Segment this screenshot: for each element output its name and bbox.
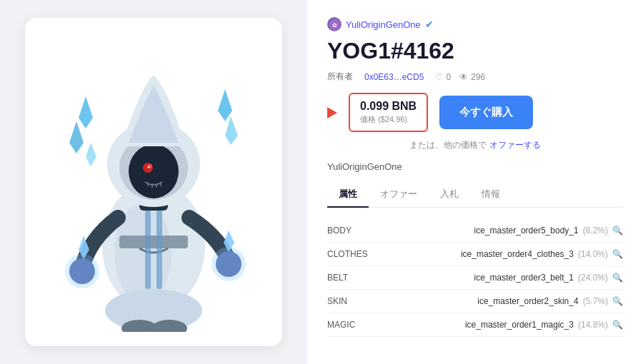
left-panel <box>0 0 307 364</box>
table-row: BODY ice_master_order5_body_1 (8.2%) 🔍 <box>327 219 623 243</box>
arrow-indicator <box>327 107 337 118</box>
attr-percent: (24.0%) <box>578 273 608 283</box>
attr-value-row: ice_master_order3_belt_1 (24.0%) 🔍 <box>474 273 623 283</box>
collection-name[interactable]: YuliOriginGenOne <box>327 161 623 172</box>
attr-key: SKIN <box>327 296 384 306</box>
views-stat: 👁 296 <box>459 72 485 82</box>
buy-button[interactable]: 今すぐ購入 <box>439 96 533 129</box>
search-icon[interactable]: 🔍 <box>612 296 623 306</box>
svg-marker-0 <box>79 96 93 128</box>
attr-percent: (14.8%) <box>578 320 608 330</box>
tab-info[interactable]: 情報 <box>470 182 512 208</box>
attr-value: ice_master_order2_skin_4 <box>477 296 578 306</box>
attr-percent: (8.2%) <box>583 226 608 236</box>
likes-stat: ♡ 0 <box>435 72 451 82</box>
attr-key: BELT <box>327 273 384 283</box>
search-icon[interactable]: 🔍 <box>612 226 623 236</box>
arrow-right-icon <box>327 107 337 118</box>
price-usd: 価格 ($24.96) <box>360 114 417 125</box>
offer-link[interactable]: オファーする <box>489 140 541 150</box>
views-count: 296 <box>471 72 485 82</box>
attr-value: ice_master_order5_body_1 <box>474 226 579 236</box>
svg-point-23 <box>148 166 150 168</box>
svg-marker-3 <box>218 89 232 121</box>
tabs-row: 属性 オファー 入札 情報 <box>327 182 623 208</box>
svg-point-20 <box>129 144 179 198</box>
nft-title: YOG1#4162 <box>327 39 623 64</box>
svg-marker-2 <box>86 143 96 166</box>
heart-icon: ♡ <box>435 72 443 82</box>
svg-rect-11 <box>145 203 151 289</box>
attr-value: ice_master_order3_belt_1 <box>474 273 574 283</box>
price-bnb: 0.099 BNB <box>360 100 417 113</box>
table-row: CLOTHES ice_master_order4_clothes_3 (14.… <box>327 243 623 266</box>
table-row: BELT ice_master_order3_belt_1 (24.0%) 🔍 <box>327 266 623 290</box>
attr-value-row: ice_master_order4_clothes_3 (14.0%) 🔍 <box>461 249 623 259</box>
attr-value-row: ice_master_order5_body_1 (8.2%) 🔍 <box>474 226 623 236</box>
search-icon[interactable]: 🔍 <box>612 320 623 330</box>
search-icon[interactable]: 🔍 <box>612 249 623 259</box>
price-box: 0.099 BNB 価格 ($24.96) <box>349 93 428 132</box>
attr-value-row: ice_master_order2_skin_4 (5.7%) 🔍 <box>477 296 623 306</box>
svg-marker-1 <box>69 121 84 153</box>
attr-key: BODY <box>327 226 384 236</box>
price-section: 0.099 BNB 価格 ($24.96) 今すぐ購入 <box>327 93 623 132</box>
creator-icon: ✿ <box>327 17 342 31</box>
tab-offers[interactable]: オファー <box>369 182 429 208</box>
attr-key: MAGIC <box>327 320 384 330</box>
svg-point-16 <box>211 247 246 281</box>
owner-row: 所有者 0x0E63…eCD5 ♡ 0 👁 296 <box>327 71 623 83</box>
attr-value-row: ice_master_order1_magic_3 (14.8%) 🔍 <box>465 320 623 330</box>
nft-image-container <box>25 18 282 346</box>
offer-prefix: または、他の価格で <box>409 140 487 150</box>
attr-percent: (14.0%) <box>578 249 608 259</box>
attr-value: ice_master_order4_clothes_3 <box>461 249 574 259</box>
attributes-table: BODY ice_master_order5_body_1 (8.2%) 🔍 C… <box>327 219 623 337</box>
creator-name[interactable]: YuliOriginGenOne <box>346 19 421 30</box>
tab-attributes[interactable]: 属性 <box>327 182 369 208</box>
stats: ♡ 0 👁 296 <box>435 72 485 82</box>
svg-text:✿: ✿ <box>332 22 337 29</box>
table-row: SKIN ice_master_order2_skin_4 (5.7%) 🔍 <box>327 290 623 313</box>
eye-icon: 👁 <box>459 72 468 82</box>
attr-percent: (5.7%) <box>583 296 608 306</box>
svg-rect-7 <box>119 236 188 248</box>
tab-bids[interactable]: 入札 <box>429 182 470 208</box>
attr-key: CLOTHES <box>327 249 384 259</box>
owner-label: 所有者 <box>327 71 353 83</box>
search-icon[interactable]: 🔍 <box>612 273 623 283</box>
attr-value: ice_master_order1_magic_3 <box>465 320 574 330</box>
svg-marker-4 <box>225 116 238 145</box>
svg-point-15 <box>65 254 99 288</box>
creator-row: ✿ YuliOriginGenOne ✔ <box>327 17 623 31</box>
likes-count: 0 <box>446 72 451 82</box>
owner-address[interactable]: 0x0E63…eCD5 <box>364 72 424 82</box>
offer-row: または、他の価格で オファーする <box>327 139 623 151</box>
svg-rect-12 <box>156 203 162 289</box>
table-row: MAGIC ice_master_order1_magic_3 (14.8%) … <box>327 313 623 337</box>
verified-icon: ✔ <box>425 19 434 30</box>
right-panel: ✿ YuliOriginGenOne ✔ YOG1#4162 所有者 0x0E6… <box>307 0 643 364</box>
